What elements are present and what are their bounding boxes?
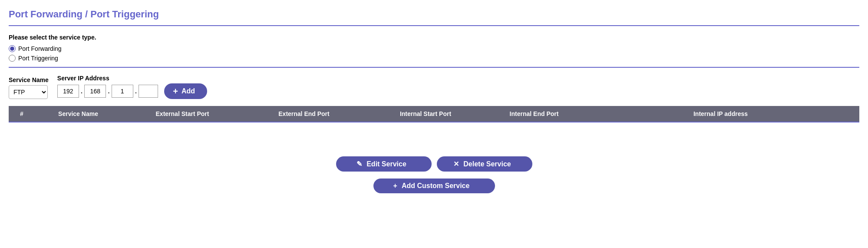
port-triggering-radio[interactable] (9, 55, 16, 62)
page-title: Port Forwarding / Port Triggering (9, 4, 859, 25)
ip-dot-3: . (135, 87, 137, 95)
add-custom-service-label: Add Custom Service (402, 182, 469, 190)
service-type-radio-group: Port Forwarding Port Triggering (9, 45, 859, 62)
delete-icon: ✕ (453, 160, 459, 168)
add-custom-row: + Add Custom Service (9, 176, 859, 198)
section-divider-1 (9, 67, 859, 68)
title-divider (9, 25, 859, 26)
ip-octet-4[interactable] (139, 85, 158, 98)
action-row: ✎ Edit Service ✕ Delete Service (9, 149, 859, 176)
ip-octet-1[interactable]: 192 (57, 85, 79, 98)
add-custom-service-button[interactable]: + Add Custom Service (373, 179, 495, 193)
server-ip-field: Server IP Address 192 . 168 . 1 . + Add (57, 75, 207, 99)
delete-service-label: Delete Service (463, 160, 511, 168)
ip-dot-2: . (108, 87, 109, 95)
col-external-end-port: External End Port (243, 110, 365, 117)
ip-octet-3[interactable]: 1 (112, 85, 133, 98)
service-name-select[interactable]: FTP (9, 85, 48, 99)
edit-service-label: Edit Service (366, 160, 406, 168)
ip-octet-2[interactable]: 168 (84, 85, 106, 98)
ip-dot-1: . (81, 87, 83, 95)
add-button[interactable]: + Add (164, 83, 207, 99)
col-service-name: Service Name (35, 110, 122, 117)
add-button-label: Add (182, 87, 195, 95)
service-type-label: Please select the service type. (9, 34, 859, 41)
port-forwarding-radio[interactable] (9, 45, 16, 52)
edit-service-button[interactable]: ✎ Edit Service (336, 156, 432, 172)
edit-icon: ✎ (356, 160, 362, 168)
col-number: # (9, 110, 35, 117)
col-internal-start-port: Internal Start Port (365, 110, 486, 117)
port-triggering-label: Port Triggering (18, 55, 58, 62)
page-container: Port Forwarding / Port Triggering Please… (0, 0, 868, 248)
ip-input-group: 192 . 168 . 1 . + Add (57, 83, 207, 99)
col-external-start-port: External Start Port (122, 110, 243, 117)
form-row: Service Name FTP Server IP Address 192 .… (9, 75, 859, 99)
service-name-select-wrapper: FTP (9, 85, 49, 99)
service-name-field: Service Name FTP (9, 76, 49, 99)
server-ip-label: Server IP Address (57, 75, 207, 82)
port-forwarding-label: Port Forwarding (18, 45, 62, 52)
col-internal-end-port: Internal End Port (486, 110, 582, 117)
port-forwarding-option[interactable]: Port Forwarding (9, 45, 859, 52)
col-internal-ip: Internal IP address (582, 110, 859, 117)
add-plus-icon: + (173, 87, 178, 96)
table-header: # Service Name External Start Port Exter… (9, 106, 859, 122)
service-name-label: Service Name (9, 76, 49, 83)
port-triggering-option[interactable]: Port Triggering (9, 55, 859, 62)
add-custom-icon: + (393, 182, 397, 190)
table-body (9, 122, 859, 149)
delete-service-button[interactable]: ✕ Delete Service (437, 156, 532, 172)
